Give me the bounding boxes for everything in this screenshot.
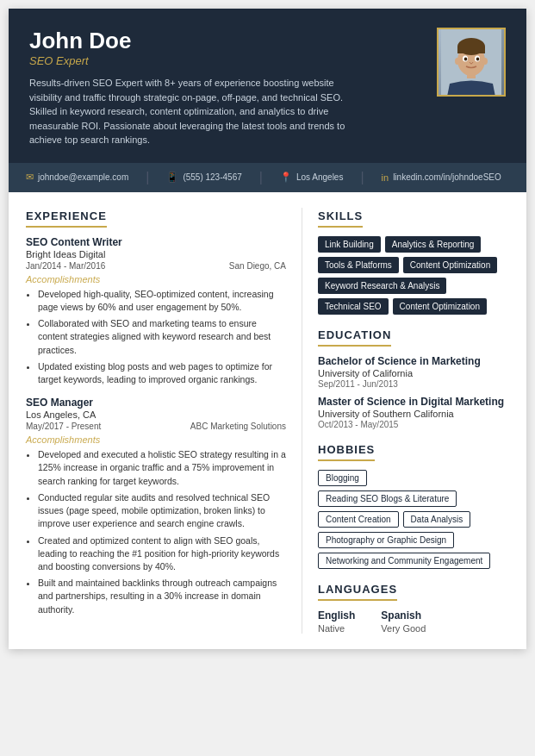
skill-tag: Content Optimization — [393, 298, 487, 315]
skill-tag: Analytics & Reporting — [385, 236, 482, 253]
job-2-title: SEO Manager — [26, 397, 286, 409]
resume-header: John Doe SEO Expert Results-driven SEO E… — [9, 9, 526, 163]
linkedin-icon: in — [382, 172, 389, 183]
hobby-tag: Reading SEO Blogs & Literature — [318, 490, 457, 507]
contact-email: ✉ johndoe@example.com — [26, 172, 128, 183]
resume-container: John Doe SEO Expert Results-driven SEO E… — [9, 9, 526, 649]
job-1-bullets: Developed high-quality, SEO-optimized co… — [26, 288, 286, 387]
edu-school: University of California — [318, 368, 509, 378]
hobby-tag: Networking and Community Engagement — [318, 553, 490, 569]
contact-bar: ✉ johndoe@example.com | 📱 (555) 123-4567… — [9, 163, 526, 192]
edu-dates: Sep/2011 - Jun/2013 — [318, 379, 509, 389]
separator-2: | — [259, 170, 263, 185]
list-item: Built and maintained backlinks through o… — [38, 577, 286, 616]
list-item: Developed high-quality, SEO-optimized co… — [38, 288, 286, 314]
list-item: Collaborated with SEO and marketing team… — [38, 317, 286, 357]
candidate-name: John Doe — [29, 28, 423, 54]
language-name: English — [318, 609, 355, 622]
job-1-company: Bright Ideas Digital — [26, 249, 286, 259]
svg-rect-6 — [457, 47, 485, 53]
education-section-title: EDUCATION — [318, 328, 391, 347]
svg-point-12 — [482, 58, 488, 65]
job-1-location: San Diego, CA — [229, 261, 286, 271]
skill-tag: Content Optimization — [403, 257, 497, 273]
left-column: EXPERIENCE SEO Content Writer Bright Ide… — [26, 208, 302, 634]
languages-section-title: LANGUAGES — [318, 583, 397, 601]
photo-placeholder — [439, 29, 504, 95]
hobbies-section-title: HOBBIES — [318, 443, 375, 461]
job-1-dates: Jan/2014 - Mar/2016 — [26, 261, 105, 271]
hobby-tag: Data Analysis — [403, 511, 471, 528]
education-entry: Master of Science in Digital Marketing U… — [318, 396, 509, 429]
edu-degree: Bachelor of Science in Marketing — [318, 355, 509, 367]
languages-section: LANGUAGES English Native Spanish Very Go… — [318, 581, 509, 634]
language-name: Spanish — [381, 609, 426, 622]
edu-degree: Master of Science in Digital Marketing — [318, 396, 509, 408]
phone-icon: 📱 — [166, 172, 178, 183]
hobbies-section: HOBBIES BloggingReading SEO Blogs & Lite… — [318, 441, 509, 569]
skill-tag: Link Building — [318, 236, 381, 253]
candidate-photo — [437, 28, 506, 97]
language-item: Spanish Very Good — [381, 609, 426, 634]
experience-section-title: EXPERIENCE — [26, 209, 107, 228]
skill-tag: Technical SEO — [318, 298, 389, 315]
edu-school: University of Southern California — [318, 409, 509, 419]
job-2-meta: May/2017 - Present ABC Marketing Solutio… — [26, 422, 286, 431]
language-item: English Native — [318, 609, 355, 634]
list-item: Updated existing blog posts and web page… — [38, 360, 286, 386]
svg-point-10 — [476, 58, 480, 61]
language-level: Very Good — [381, 623, 426, 634]
svg-point-11 — [455, 58, 460, 65]
contact-location: 📍 Los Angeles — [280, 172, 344, 183]
accomplishments-label-2: Accomplishments — [26, 434, 286, 445]
job-2-company: Los Angeles, CA — [26, 409, 286, 420]
job-1: SEO Content Writer Bright Ideas Digital … — [26, 236, 286, 387]
candidate-bio: Results-driven SEO Expert with 8+ years … — [29, 76, 357, 147]
job-2: SEO Manager Los Angeles, CA May/2017 - P… — [26, 397, 286, 616]
separator-3: | — [360, 170, 364, 185]
education-section: EDUCATION Bachelor of Science in Marketi… — [318, 327, 509, 429]
hobby-tag: Photography or Graphic Design — [318, 532, 454, 548]
svg-point-9 — [464, 58, 468, 61]
hobby-tag: Content Creation — [318, 511, 399, 528]
hobby-tag: Blogging — [318, 470, 367, 486]
main-content: EXPERIENCE SEO Content Writer Bright Ide… — [9, 192, 526, 649]
list-item: Conducted regular site audits and resolv… — [38, 491, 286, 531]
edu-dates: Oct/2013 - May/2015 — [318, 420, 509, 429]
list-item: Developed and executed a holistic SEO st… — [38, 448, 286, 488]
experience-section: EXPERIENCE SEO Content Writer Bright Ide… — [26, 208, 286, 616]
contact-phone: 📱 (555) 123-4567 — [166, 172, 241, 183]
list-item: Created and optimized content to align w… — [38, 534, 286, 574]
languages-grid: English Native Spanish Very Good — [318, 609, 509, 634]
right-column: SKILLS Link BuildingAnalytics & Reportin… — [302, 208, 509, 634]
job-1-title: SEO Content Writer — [26, 236, 286, 248]
skills-section-title: SKILLS — [318, 209, 363, 228]
header-left: John Doe SEO Expert Results-driven SEO E… — [29, 28, 423, 147]
job-1-meta: Jan/2014 - Mar/2016 San Diego, CA — [26, 261, 286, 271]
language-level: Native — [318, 623, 355, 634]
skill-tag: Tools & Platforms — [318, 257, 399, 273]
separator-1: | — [146, 170, 149, 185]
email-icon: ✉ — [26, 172, 34, 183]
skill-tag: Keyword Research & Analysis — [318, 278, 446, 294]
location-icon: 📍 — [280, 172, 292, 183]
skill-tags-container: Link BuildingAnalytics & ReportingTools … — [318, 236, 509, 315]
contact-linkedin: in linkedin.com/in/johndoeSEO — [382, 172, 501, 183]
job-2-bullets: Developed and executed a holistic SEO st… — [26, 448, 286, 616]
candidate-title: SEO Expert — [29, 54, 423, 67]
skills-section: SKILLS Link BuildingAnalytics & Reportin… — [318, 208, 509, 315]
hobby-tags-container: BloggingReading SEO Blogs & LiteratureCo… — [318, 470, 509, 569]
education-entry: Bachelor of Science in Marketing Univers… — [318, 355, 509, 389]
education-container: Bachelor of Science in Marketing Univers… — [318, 355, 509, 429]
accomplishments-label-1: Accomplishments — [26, 274, 286, 284]
job-2-employer: ABC Marketing Solutions — [190, 422, 286, 431]
job-2-dates: May/2017 - Present — [26, 422, 101, 431]
